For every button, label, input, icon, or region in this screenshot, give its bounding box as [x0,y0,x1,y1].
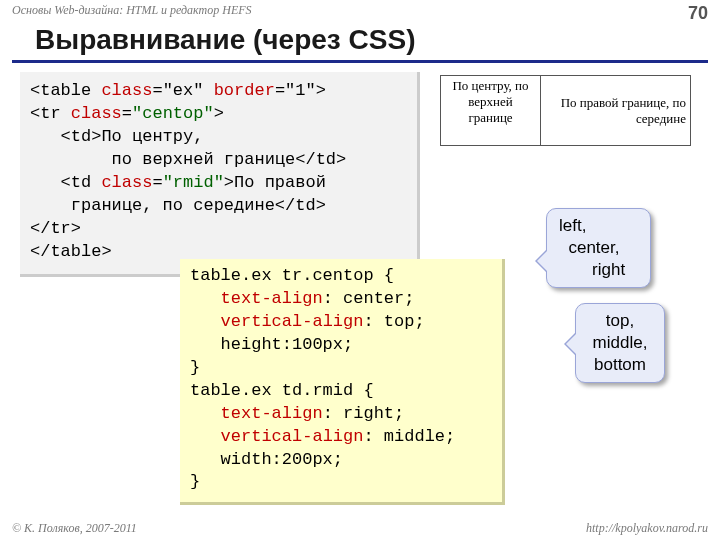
course-name: Основы Web-дизайна: HTML и редактор HEFS [12,3,252,22]
page-title: Выравнивание (через CSS) [35,24,415,56]
cell-centop: По центру, по верхней границе [441,76,541,146]
cell-rmid: По правой границе, по середине [541,76,691,146]
slide-footer: © К. Поляков, 2007-2011 http://kpolyakov… [0,518,720,540]
html-code-block: <table class="ex" border="1"> <tr class=… [20,72,420,277]
slide-header: Основы Web-дизайна: HTML и редактор HEFS… [0,0,720,22]
table-row: По центру, по верхней границе По правой … [441,76,691,146]
copyright: © К. Поляков, 2007-2011 [12,521,137,537]
css-code-block: table.ex tr.centop { text-align: center;… [180,259,505,505]
callout-vertical-align: top,middle,bottom [575,303,665,383]
example-table: По центру, по верхней границе По правой … [440,75,691,146]
page-number: 70 [688,3,708,22]
footer-url: http://kpolyakov.narod.ru [586,521,708,537]
callout-text-align: left, center, right [546,208,651,288]
title-underline [12,60,708,63]
